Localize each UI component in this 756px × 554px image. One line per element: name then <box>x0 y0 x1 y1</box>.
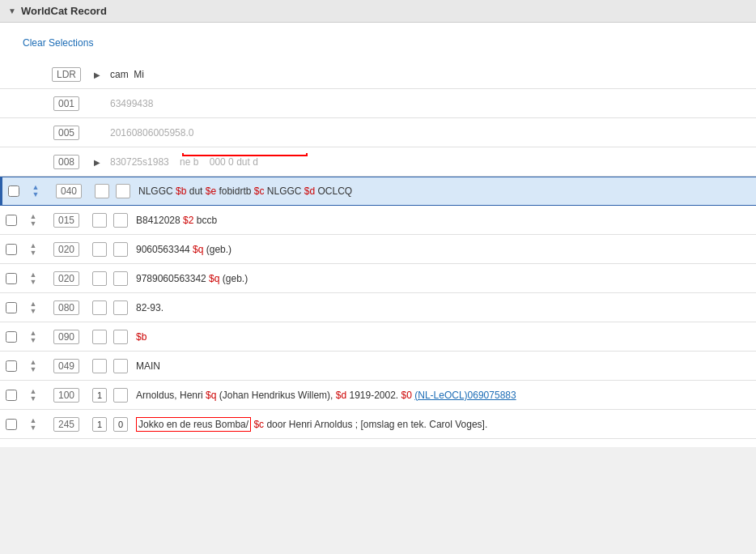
ind2-box[interactable] <box>113 388 128 403</box>
ind2-box[interactable] <box>113 213 128 228</box>
checkbox-col[interactable] <box>0 417 23 432</box>
collapse-icon[interactable]: ▼ <box>8 6 16 15</box>
checkbox-col[interactable] <box>0 359 23 373</box>
ind2-col[interactable] <box>110 388 131 403</box>
ind2-col[interactable] <box>113 184 134 198</box>
move-down-icon[interactable] <box>30 220 37 228</box>
row-checkbox[interactable] <box>6 390 17 401</box>
ind2-box[interactable] <box>113 359 128 373</box>
ind1-col[interactable]: 1 <box>89 417 110 432</box>
row-checkbox[interactable] <box>6 244 17 255</box>
ind1-box[interactable]: 1 <box>92 388 107 403</box>
ind1-col[interactable] <box>89 271 110 286</box>
checkbox-col[interactable] <box>0 213 23 228</box>
sort-arrows[interactable] <box>23 300 44 315</box>
checkbox-col[interactable] <box>0 330 23 344</box>
move-down-icon[interactable] <box>30 308 37 315</box>
checkbox-col[interactable] <box>0 242 23 257</box>
ind2-col[interactable] <box>110 359 131 373</box>
ind1-col[interactable] <box>91 184 113 198</box>
row-checkbox[interactable] <box>6 273 17 284</box>
checkbox-col[interactable] <box>0 300 23 315</box>
sort-arrows[interactable] <box>23 388 44 403</box>
clear-selections-link[interactable]: Clear Selections <box>11 34 104 55</box>
record-row: 020 9060563344 $q (geb.) <box>0 235 756 264</box>
subfield-marker: $q <box>193 244 203 255</box>
ind2-box[interactable] <box>113 242 128 257</box>
sort-arrows[interactable] <box>23 271 44 286</box>
ind2-col[interactable] <box>110 242 131 257</box>
record-row: 001 63499438 <box>0 89 756 118</box>
ind1-box[interactable] <box>95 184 109 198</box>
ind1-col[interactable] <box>89 359 110 373</box>
row-checkbox[interactable] <box>6 302 17 313</box>
checkbox-col[interactable] <box>0 388 23 403</box>
row-checkbox[interactable] <box>6 419 17 430</box>
ind2-box[interactable] <box>113 330 128 344</box>
tag-col: LDR <box>44 67 89 82</box>
ind2-box[interactable] <box>113 271 128 286</box>
tag-col: 015 <box>44 213 89 228</box>
linked-value[interactable]: (NL-LeOCL)069075883 <box>414 390 516 401</box>
ind2-col[interactable] <box>110 330 131 344</box>
ind2-col[interactable]: 0 <box>110 417 131 432</box>
ind1-col[interactable]: 1 <box>89 388 110 403</box>
ind2-box[interactable]: 0 <box>113 417 128 432</box>
ind1-box[interactable] <box>92 300 107 315</box>
row-checkbox[interactable] <box>6 360 17 372</box>
record-row: 090 $b <box>0 322 756 352</box>
ind1-col[interactable] <box>89 300 110 315</box>
ind1-box[interactable]: 1 <box>92 417 107 432</box>
subfield-marker: $q <box>206 390 216 401</box>
move-down-icon[interactable] <box>30 395 37 403</box>
sort-arrows[interactable] <box>23 213 44 228</box>
tag-col: 020 <box>44 271 89 286</box>
language-of-cataloging-annotation: language of cataloging <box>182 153 308 156</box>
ind1-box[interactable] <box>92 359 107 373</box>
records-list: LDR cam Mi 001 63499438 005 <box>0 60 756 439</box>
tag-label: 090 <box>53 330 79 344</box>
subfield-marker: $d <box>336 390 346 401</box>
ind2-col[interactable] <box>110 271 131 286</box>
ind2-box[interactable] <box>116 184 130 198</box>
move-down-icon[interactable] <box>30 424 37 432</box>
tag-label: 020 <box>53 242 79 257</box>
ind1-col[interactable] <box>89 330 110 344</box>
worldcat-window: ▼ WorldCat Record Clear Selections LDR c… <box>0 0 756 554</box>
field-value: Jokko en de reus Bomba/ $c door Henri Ar… <box>131 416 756 433</box>
move-down-icon[interactable] <box>30 279 37 286</box>
row-checkbox[interactable] <box>6 215 17 226</box>
ind2-col[interactable] <box>110 300 131 315</box>
field-value: 830725s1983 ne b 000 0 dut d language of… <box>105 153 756 171</box>
checkbox-col[interactable] <box>0 271 23 286</box>
sort-arrows[interactable] <box>25 184 46 198</box>
ind1-col[interactable] <box>89 242 110 257</box>
tag-col: 020 <box>44 242 89 257</box>
ind2-box[interactable] <box>113 300 128 315</box>
field-value: 9060563344 $q (geb.) <box>131 241 756 258</box>
ind1-col[interactable] <box>89 213 110 228</box>
ind2-col[interactable] <box>110 213 131 228</box>
ind1-box[interactable] <box>92 330 107 344</box>
tag-label: 020 <box>53 271 79 286</box>
field-value: cam Mi <box>105 66 756 83</box>
checkbox-col[interactable] <box>2 184 25 198</box>
record-row: 020 9789060563342 $q (geb.) <box>0 264 756 293</box>
move-down-icon[interactable] <box>30 337 37 344</box>
sort-arrows[interactable] <box>23 242 44 257</box>
move-down-icon[interactable] <box>30 249 37 257</box>
ind1-box[interactable] <box>92 213 107 228</box>
row-checkbox[interactable] <box>6 331 17 343</box>
move-down-icon[interactable] <box>30 366 37 373</box>
sort-arrows[interactable] <box>23 417 44 432</box>
sort-arrows[interactable] <box>23 359 44 373</box>
subfield-marker: $q <box>209 273 219 284</box>
record-row-040: 040 NLGGC $b dut $e fobidrtb $c NLGGC $d… <box>0 177 756 206</box>
subfield-marker: $e <box>206 185 216 197</box>
sort-arrows[interactable] <box>23 330 44 344</box>
move-down-icon[interactable] <box>32 191 40 198</box>
row-checkbox[interactable] <box>8 185 19 197</box>
ind1-box[interactable] <box>92 271 107 286</box>
field-value: Arnoldus, Henri $q (Johan Hendrikus Will… <box>131 386 756 404</box>
ind1-box[interactable] <box>92 242 107 257</box>
